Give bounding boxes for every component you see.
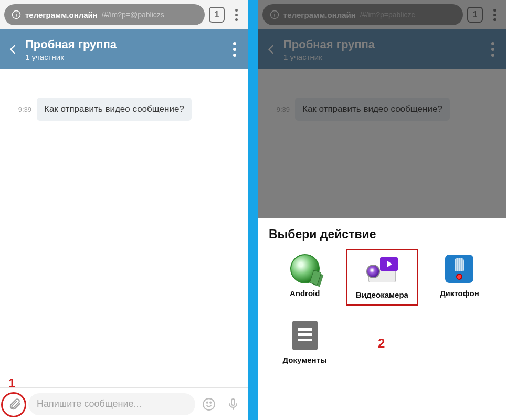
info-icon: [12, 10, 21, 19]
sheet-item-label: Android: [290, 289, 320, 298]
paperclip-icon: [8, 397, 22, 411]
svg-rect-6: [231, 399, 235, 405]
chat-title-block[interactable]: Пробная группа 1 участник: [25, 38, 223, 61]
url-bar[interactable]: телеграмм.онлайн/#/im?p=@pabliczs: [4, 4, 205, 25]
right-screenshot: телеграмм.онлайн/#/im?p=pabliczc 1 Пробн…: [258, 0, 506, 420]
dim-overlay[interactable]: [258, 0, 506, 218]
sheet-item-label: Видеокамера: [356, 290, 408, 299]
svg-point-3: [203, 398, 215, 410]
chat-header: Пробная группа 1 участник: [0, 29, 248, 69]
back-button[interactable]: [6, 44, 20, 55]
message-bubble[interactable]: Как отправить видео сообщение?: [37, 98, 192, 121]
attachment-action-sheet: Выбери действие Android Видеокамера Дикт…: [258, 218, 506, 420]
sheet-item-android[interactable]: Android: [269, 249, 341, 306]
android-system-icon: [289, 253, 321, 285]
browser-overflow-menu[interactable]: [229, 9, 244, 21]
attach-button[interactable]: [4, 394, 25, 415]
sheet-title: Выбери действие: [269, 227, 496, 242]
tab-count-button[interactable]: 1: [209, 7, 225, 23]
chat-title: Пробная группа: [25, 38, 223, 51]
dictaphone-icon: [444, 253, 475, 285]
svg-point-4: [207, 402, 208, 403]
chat-menu-button[interactable]: [228, 42, 241, 57]
sheet-item-label: Документы: [282, 355, 326, 364]
url-host: телеграмм.онлайн: [25, 10, 98, 19]
input-bar: [0, 387, 248, 420]
microphone-icon: [227, 398, 239, 411]
document-icon: [289, 320, 321, 351]
smile-icon: [202, 397, 216, 411]
message-area[interactable]: 9:39 Как отправить видео сообщение?: [0, 69, 248, 387]
chat-subtitle: 1 участник: [25, 52, 223, 61]
camcorder-icon: [366, 255, 398, 286]
sheet-item-documents[interactable]: Документы: [269, 316, 341, 370]
left-screenshot: телеграмм.онлайн/#/im?p=@pabliczs 1 Проб…: [0, 0, 248, 420]
sheet-grid: Android Видеокамера Диктофон Документы: [269, 249, 496, 370]
sheet-item-camcorder[interactable]: Видеокамера: [346, 249, 418, 306]
url-path: /#/im?p=@pabliczs: [102, 10, 164, 19]
message-row: 9:39 Как отправить видео сообщение?: [5, 98, 243, 121]
chevron-left-icon: [7, 44, 19, 55]
browser-bar: телеграмм.онлайн/#/im?p=@pabliczs 1: [0, 0, 248, 29]
message-time: 9:39: [5, 106, 31, 113]
svg-point-2: [16, 13, 17, 14]
message-input[interactable]: [28, 393, 195, 415]
sheet-item-dictaphone[interactable]: Диктофон: [424, 249, 496, 306]
sheet-item-label: Диктофон: [440, 289, 479, 298]
voice-record-button[interactable]: [223, 394, 244, 415]
svg-point-5: [210, 402, 211, 403]
emoji-button[interactable]: [198, 394, 219, 415]
